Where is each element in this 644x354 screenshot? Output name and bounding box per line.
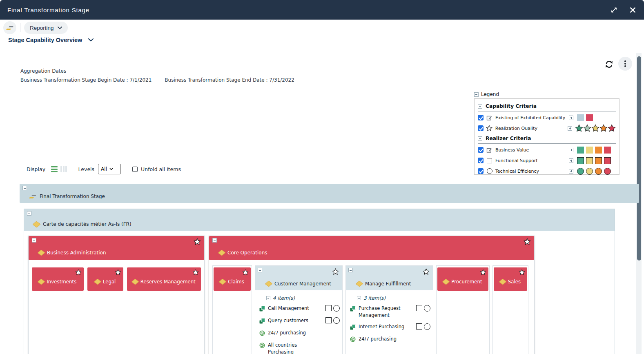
star-icon[interactable]: [192, 269, 199, 276]
star-icon[interactable]: [423, 268, 430, 275]
checkbox-checked[interactable]: [478, 147, 484, 153]
vertical-scrollbar[interactable]: [636, 53, 642, 354]
technical-efficiency-indicator[interactable]: [333, 305, 340, 312]
levels-label: Levels: [78, 166, 95, 172]
swatch: [586, 157, 593, 164]
collapse-icon[interactable]: [212, 238, 217, 243]
swatch: [595, 147, 602, 154]
checkbox-checked[interactable]: [478, 115, 484, 120]
item-24-7-purchasing[interactable]: 24/7 purchasing: [350, 336, 430, 344]
functional-support-indicator[interactable]: [325, 305, 332, 311]
star-rating-scale: [575, 124, 616, 132]
map-root-header[interactable]: Final Transformation Stage: [20, 184, 639, 203]
collapse-icon[interactable]: [478, 136, 482, 141]
capability-icon: [38, 278, 45, 285]
window-title: Final Transformation Stage: [7, 7, 89, 13]
item-label: Call Management: [268, 305, 323, 312]
checkbox-checked[interactable]: [478, 158, 484, 163]
levels-value: All: [101, 166, 107, 172]
star-icon[interactable]: [115, 269, 121, 276]
item-query-customers[interactable]: Query customers: [259, 317, 340, 325]
item-label: Internet Purchasing: [359, 323, 413, 330]
item-call-management[interactable]: Call Management: [259, 305, 340, 313]
display-label: Display: [27, 166, 45, 172]
capability-map-header[interactable]: Carte de capacités métier As-Is (FR): [24, 209, 615, 231]
levels-select[interactable]: All: [98, 164, 121, 174]
checkbox-checked[interactable]: [478, 168, 484, 174]
item-purchase-request-management[interactable]: Purchase Request Management: [350, 305, 430, 319]
capability-icon: [356, 281, 363, 287]
refresh-button[interactable]: [602, 57, 616, 71]
collapse-icon[interactable]: [266, 296, 270, 300]
collapse-icon[interactable]: [348, 268, 353, 272]
collapse-icon[interactable]: [22, 186, 27, 190]
collapse-icon[interactable]: [27, 211, 31, 216]
chevron-down-icon: [58, 27, 62, 29]
capability-box[interactable]: Claims: [214, 267, 251, 291]
breadcrumb[interactable]: Reporting: [24, 22, 68, 34]
report-toolbar: Reporting: [0, 20, 644, 36]
close-icon[interactable]: [628, 6, 637, 14]
capability-name: Sales: [508, 279, 521, 285]
capability-box[interactable]: Customer Management: [255, 266, 342, 290]
more-options-button[interactable]: [618, 57, 632, 71]
star-icon[interactable]: [75, 269, 82, 276]
star-icon[interactable]: [242, 269, 249, 276]
technical-efficiency-indicator[interactable]: [424, 305, 430, 312]
report-title-selector[interactable]: Stage Capability Overview: [8, 37, 94, 43]
capability-icon: [265, 281, 273, 287]
expand-icon[interactable]: [569, 148, 573, 152]
capability-box[interactable]: Legal: [87, 267, 124, 291]
star-icon[interactable]: [194, 238, 201, 245]
technical-efficiency-indicator[interactable]: [333, 317, 340, 324]
star-icon: [599, 124, 608, 132]
capability-name: Reserves Management: [140, 279, 196, 285]
capability-box[interactable]: Reserves Management: [127, 267, 201, 291]
technical-efficiency-indicator[interactable]: [424, 323, 430, 330]
collapse-icon[interactable]: [258, 268, 262, 272]
capability-map-title: Carte de capacités métier As-Is (FR): [43, 221, 131, 227]
collapse-icon[interactable]: [478, 104, 482, 109]
unfold-label: Unfold all items: [141, 166, 181, 172]
capability-box[interactable]: Investments: [32, 267, 84, 291]
capability-icon: [131, 278, 139, 285]
column-claims: Claims: [212, 265, 252, 354]
collapse-icon[interactable]: [357, 296, 361, 300]
checkbox-checked[interactable]: [478, 125, 484, 131]
star-icon[interactable]: [480, 269, 486, 276]
stage-app-button[interactable]: [3, 21, 16, 34]
legend-panel: Capability Criteria Existing of Exhibite…: [474, 98, 619, 175]
expand-icon[interactable]: [569, 158, 573, 163]
item-internet-purchasing[interactable]: Internet Purchasing: [350, 323, 430, 332]
collapse-icon[interactable]: [32, 238, 36, 243]
swatch: [604, 147, 611, 154]
star-icon[interactable]: [524, 238, 531, 245]
collapse-icon[interactable]: [474, 92, 479, 97]
capability-icon: [219, 278, 227, 285]
capability-box[interactable]: Manage Fulfillment: [346, 266, 433, 290]
unfold-checkbox[interactable]: [132, 167, 138, 172]
expand-icon[interactable]: [569, 116, 573, 120]
functional-support-indicator[interactable]: [416, 323, 422, 330]
swatch: [577, 157, 584, 164]
list-view-icon[interactable]: [51, 166, 58, 172]
item-24-7-purchasing[interactable]: 24/7 purchasing: [259, 330, 340, 338]
functional-support-indicator[interactable]: [416, 305, 422, 311]
capability-box[interactable]: Procurement: [437, 267, 488, 291]
star-icon[interactable]: [519, 269, 525, 276]
expand-icon[interactable]: [568, 126, 572, 131]
capability-items: 3 item(s) Purchase Request Management: [346, 290, 433, 344]
expand-icon[interactable]: [610, 6, 618, 14]
capability-icon: [499, 278, 506, 285]
functional-support-indicator[interactable]: [325, 317, 332, 323]
capability-box[interactable]: Core Operations: [209, 236, 534, 260]
item-all-countries-purchasing[interactable]: All countries Purchasing: [259, 342, 340, 354]
capability-name: Procurement: [451, 279, 482, 285]
expand-icon[interactable]: [569, 169, 573, 174]
star-icon[interactable]: [332, 268, 339, 275]
star-icon: [575, 124, 583, 132]
column-view-icon[interactable]: [60, 166, 67, 172]
scrollbar-thumb[interactable]: [637, 56, 641, 260]
capability-box[interactable]: Sales: [494, 267, 527, 291]
capability-box[interactable]: Business Administration: [29, 236, 204, 260]
